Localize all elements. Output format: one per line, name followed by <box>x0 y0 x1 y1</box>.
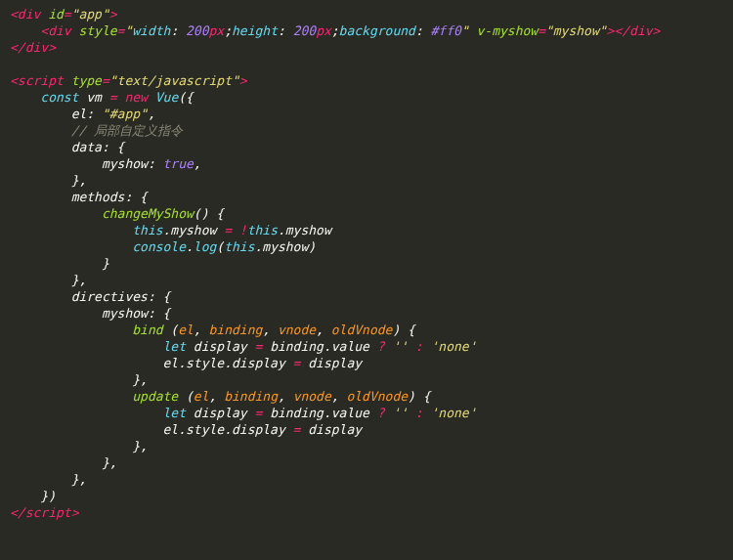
code-line: update (el, binding, vnode, oldVnode) { <box>10 389 431 404</box>
code-line: let display = binding.value ? '' : 'none… <box>10 406 476 420</box>
code-line: el.style.display = display <box>10 422 362 437</box>
code-line: <script type="text/javascript"> <box>10 73 247 88</box>
code-line: // 局部自定义指令 <box>10 123 183 138</box>
code-line: myshow: true, <box>10 156 201 171</box>
code-block: <div id="app"> <div style="width: 200px;… <box>0 0 733 527</box>
code-line: </script> <box>10 505 78 520</box>
code-line: directives: { <box>10 289 170 304</box>
code-line: }, <box>10 455 117 470</box>
code-line: } <box>10 256 109 271</box>
code-line: }, <box>10 273 86 287</box>
code-line: methods: { <box>10 190 148 204</box>
code-line: data: { <box>10 140 124 154</box>
code-line: bind (el, binding, vnode, oldVnode) { <box>10 323 415 337</box>
code-line: }, <box>10 173 86 188</box>
code-line: this.myshow = !this.myshow <box>10 223 331 237</box>
code-line: changeMyShow() { <box>10 206 224 221</box>
code-line: myshow: { <box>10 306 170 321</box>
code-line: </div> <box>10 40 56 55</box>
code-line: }) <box>10 489 56 503</box>
code-line: console.log(this.myshow) <box>10 239 316 254</box>
code-line: }, <box>10 439 148 453</box>
code-line: <div style="width: 200px;height: 200px;b… <box>10 23 660 38</box>
code-line: let display = binding.value ? '' : 'none… <box>10 339 476 354</box>
code-line: el: "#app", <box>10 107 155 121</box>
code-line: const vm = new Vue({ <box>10 90 194 105</box>
code-line: }, <box>10 472 86 487</box>
code-line: el.style.display = display <box>10 356 362 370</box>
code-line: }, <box>10 372 148 387</box>
code-line: <div id="app"> <box>10 7 117 22</box>
